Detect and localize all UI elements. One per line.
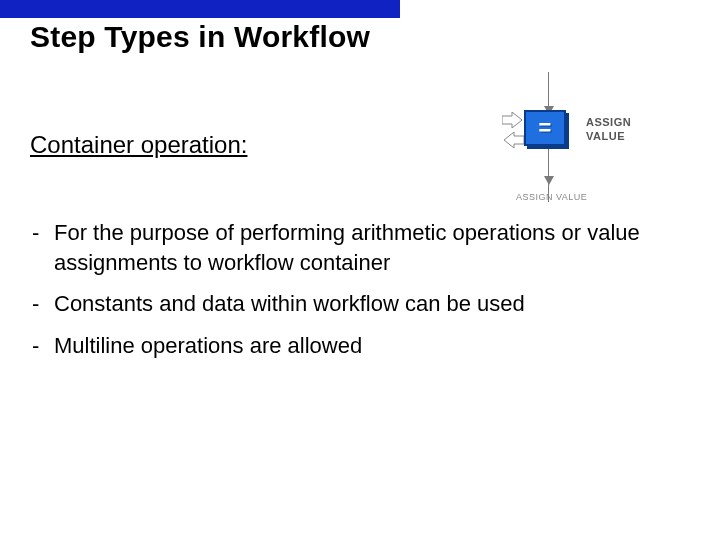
arrow-right-icon — [502, 112, 524, 132]
arrow-out-icon — [544, 176, 554, 185]
svg-marker-0 — [502, 112, 522, 128]
assign-value-diagram: = ASSIGNVALUE ASSIGN VALUE — [460, 70, 685, 210]
arrow-left-icon — [502, 132, 524, 152]
diagram-label-right: ASSIGNVALUE — [586, 116, 631, 144]
slide: Step Types in Workflow Container operati… — [0, 0, 720, 540]
svg-marker-1 — [504, 132, 524, 148]
list-item: For the purpose of performing arithmetic… — [30, 218, 660, 277]
section-subtitle: Container operation: — [30, 131, 247, 159]
list-item: Multiline operations are allowed — [30, 331, 660, 361]
list-item: Constants and data within workflow can b… — [30, 289, 660, 319]
assign-value-step-icon: = — [524, 110, 566, 146]
equals-icon: = — [539, 115, 552, 141]
slide-title: Step Types in Workflow — [30, 20, 370, 54]
bullet-list: For the purpose of performing arithmetic… — [30, 218, 660, 373]
diagram-label-bottom: ASSIGN VALUE — [516, 192, 587, 202]
header-accent-bar — [0, 0, 400, 18]
